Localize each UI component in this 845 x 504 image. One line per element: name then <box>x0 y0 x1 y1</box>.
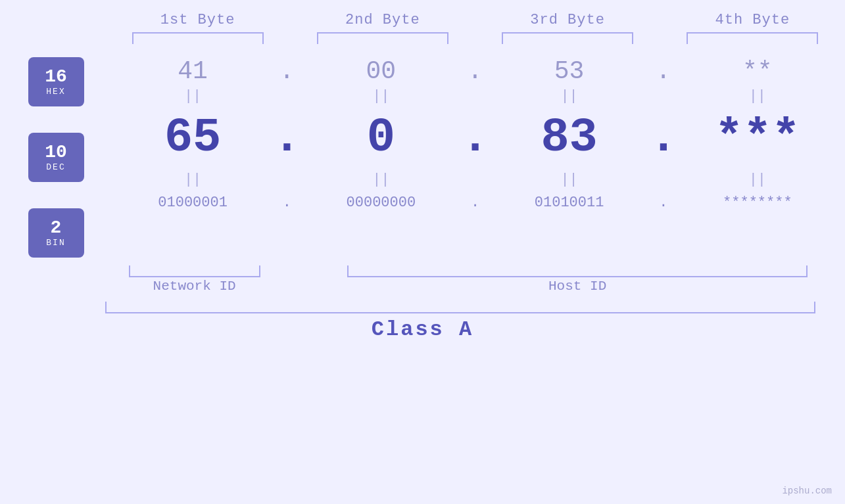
byte-label-4: 4th Byte <box>660 12 845 28</box>
host-bracket-cell <box>310 265 845 277</box>
eq-row-1: || || || || <box>105 88 845 104</box>
dec-dot-icon-1: . <box>273 111 301 165</box>
eq-2-1: || <box>112 172 274 188</box>
dec-val-4-cell: *** <box>677 111 838 165</box>
dec-badge: 10 DEC <box>28 133 84 182</box>
bracket-cell-2 <box>290 32 475 44</box>
eq-1-4: || <box>677 88 838 104</box>
hex-dot-icon-2: . <box>468 57 483 85</box>
hex-label: HEX <box>46 87 65 97</box>
host-bracket <box>347 265 808 277</box>
network-id-label: Network ID <box>153 279 236 294</box>
values-grid: 41 . 00 . 53 . ** <box>105 51 845 264</box>
hex-val-4-cell: ** <box>677 57 838 85</box>
eq-2-4: || <box>677 172 838 188</box>
bracket-cell-3 <box>475 32 660 44</box>
hex-row: 41 . 00 . 53 . ** <box>105 57 845 85</box>
hex-dot-3: . <box>650 57 677 85</box>
byte-label-2: 2nd Byte <box>290 12 475 28</box>
dec-dot-icon-2: . <box>461 111 489 165</box>
byte-label-1: 1st Byte <box>105 12 290 28</box>
host-label-cell: Host ID <box>310 279 845 294</box>
hex-dot-icon-1: . <box>279 57 295 85</box>
hex-val-4: ** <box>742 57 773 85</box>
hex-val-2-cell: 00 <box>300 57 462 85</box>
content-area: 16 HEX 10 DEC 2 BIN 41 . <box>0 51 845 264</box>
bracket-4 <box>687 32 818 44</box>
bin-val-1: 01000001 <box>158 195 228 211</box>
bottom-brackets-row <box>0 265 845 277</box>
hex-num: 16 <box>45 67 67 87</box>
network-host-labels-row: Network ID Host ID <box>0 279 845 294</box>
bin-val-3-cell: 01010011 <box>489 195 650 211</box>
eq-2-2: || <box>300 172 462 188</box>
dec-val-4: *** <box>715 111 800 165</box>
class-a-label: Class A <box>372 317 473 342</box>
hex-val-1-cell: 41 <box>112 57 274 85</box>
eq-1-2: || <box>300 88 462 104</box>
bin-row: 01000001 . 00000000 . 01010011 . <box>105 195 845 211</box>
eq-1-3: || <box>489 88 650 104</box>
bin-val-4-cell: ******** <box>677 195 838 211</box>
class-bracket <box>105 302 815 313</box>
dec-val-2: 0 <box>367 111 395 165</box>
byte-labels-row: 1st Byte 2nd Byte 3rd Byte 4th Byte <box>0 12 845 28</box>
bin-val-4: ******** <box>723 195 792 211</box>
network-bracket-cell <box>105 265 283 277</box>
hex-dot-2: . <box>462 57 489 85</box>
base-labels-col: 16 HEX 10 DEC 2 BIN <box>7 51 105 264</box>
class-label-row: Class A <box>0 317 845 342</box>
bracket-cell-1 <box>105 32 290 44</box>
bin-val-2: 00000000 <box>347 195 416 211</box>
dec-row: 65 . 0 . 83 . *** <box>105 111 845 165</box>
dec-dot-2: . <box>462 111 489 165</box>
dec-val-1-cell: 65 <box>112 111 274 165</box>
bin-badge: 2 BIN <box>28 208 84 258</box>
network-label-cell: Network ID <box>105 279 283 294</box>
class-bracket-row <box>0 302 845 313</box>
dec-dot-3: . <box>650 111 677 165</box>
dec-val-3: 83 <box>541 111 597 165</box>
hex-val-3: 53 <box>554 57 585 85</box>
dec-val-3-cell: 83 <box>489 111 650 165</box>
host-id-label: Host ID <box>548 279 606 294</box>
bin-dot-icon-3: . <box>659 195 667 211</box>
bin-val-1-cell: 01000001 <box>112 195 274 211</box>
hex-badge: 16 HEX <box>28 57 84 106</box>
bin-val-3: 01010011 <box>535 195 604 211</box>
bin-val-2-cell: 00000000 <box>300 195 462 211</box>
bracket-1 <box>132 32 264 44</box>
top-bracket-row <box>0 32 845 44</box>
bracket-3 <box>502 32 633 44</box>
eq-2-3: || <box>489 172 650 188</box>
bracket-cell-4 <box>660 32 845 44</box>
dec-dot-icon-3: . <box>649 111 677 165</box>
bin-dot-2: . <box>462 195 489 211</box>
dec-num: 10 <box>45 143 67 163</box>
bin-dot-icon-2: . <box>471 195 479 211</box>
dec-dot-1: . <box>274 111 300 165</box>
watermark: ipshu.com <box>782 486 832 496</box>
network-bracket <box>129 265 260 277</box>
bin-label: BIN <box>46 238 65 248</box>
bin-dot-icon-1: . <box>283 195 291 211</box>
dec-val-2-cell: 0 <box>300 111 462 165</box>
hex-val-3-cell: 53 <box>489 57 650 85</box>
hex-dot-icon-3: . <box>656 57 671 85</box>
hex-val-2: 00 <box>366 57 397 85</box>
bracket-2 <box>317 32 448 44</box>
bin-dot-1: . <box>274 195 300 211</box>
eq-row-2: || || || || <box>105 172 845 188</box>
main-container: 1st Byte 2nd Byte 3rd Byte 4th Byte 16 H… <box>0 0 845 504</box>
eq-1-1: || <box>112 88 274 104</box>
byte-label-3: 3rd Byte <box>475 12 660 28</box>
hex-val-1: 41 <box>178 57 208 85</box>
bin-dot-3: . <box>650 195 677 211</box>
dec-val-1: 65 <box>164 111 221 165</box>
bin-num: 2 <box>51 218 62 239</box>
hex-dot-1: . <box>274 57 300 85</box>
dec-label: DEC <box>46 162 65 172</box>
